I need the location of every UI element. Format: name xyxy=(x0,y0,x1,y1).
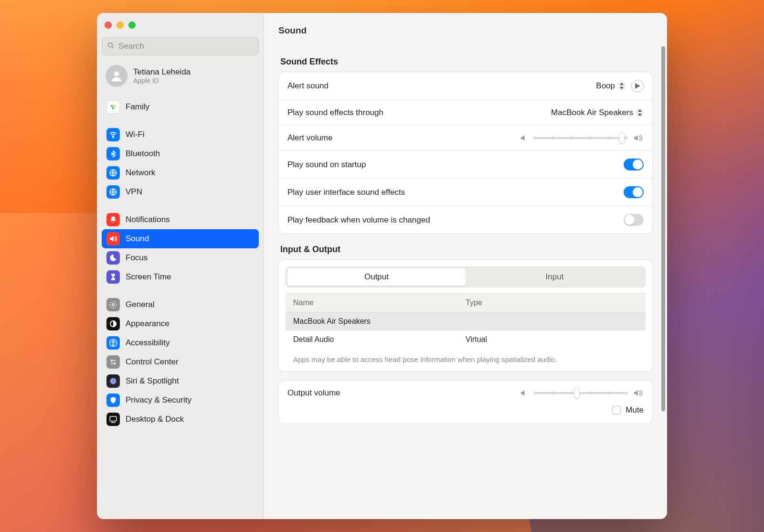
svg-point-2 xyxy=(114,72,119,76)
sound-effects-card: Alert sound Boop xyxy=(278,72,653,234)
account-subtitle: Apple ID xyxy=(133,77,191,85)
svg-point-15 xyxy=(114,363,116,364)
device-table-header: Name Type xyxy=(286,293,646,312)
io-tabs: Output Input xyxy=(286,266,646,287)
sidebar: Tetiana Leheida Apple ID FamilyWi-FiBlue… xyxy=(97,13,264,519)
col-type: Type xyxy=(466,298,638,307)
sidebar-item-screen-time[interactable]: Screen Time xyxy=(102,267,259,287)
svg-point-17 xyxy=(110,378,117,384)
play-through-label: Play sound effects through xyxy=(287,108,383,117)
alert-sound-value: Boop xyxy=(596,81,615,91)
sidebar-item-label: Accessibility xyxy=(126,338,170,348)
tab-input[interactable]: Input xyxy=(466,268,644,286)
main-pane: Sound Sound Effects Alert sound Boop xyxy=(264,13,667,519)
sidebar-item-bluetooth[interactable]: Bluetooth xyxy=(102,144,259,163)
sidebar-item-label: Family xyxy=(126,102,149,112)
sidebar-item-label: General xyxy=(126,300,154,309)
sidebar-item-general[interactable]: General xyxy=(102,295,259,314)
sidebar-item-family[interactable]: Family xyxy=(102,97,259,117)
sidebar-item-siri-spotlight[interactable]: Siri & Spotlight xyxy=(102,372,259,391)
sidebar-item-appearance[interactable]: Appearance xyxy=(102,314,259,333)
device-type xyxy=(466,317,638,326)
privacy-security-icon xyxy=(106,394,120,407)
vpn-icon xyxy=(106,185,120,199)
apple-id-row[interactable]: Tetiana Leheida Apple ID xyxy=(102,55,259,96)
sidebar-item-label: Sound xyxy=(126,234,149,244)
search-field[interactable] xyxy=(102,37,259,55)
scrollbar[interactable] xyxy=(661,46,665,514)
play-on-startup-label: Play sound on startup xyxy=(287,160,366,170)
sound-icon xyxy=(106,232,120,245)
feedback-label: Play feedback when volume is changed xyxy=(287,215,430,225)
sidebar-item-label: Screen Time xyxy=(126,272,171,282)
section-io-title: Input & Output xyxy=(280,245,651,255)
sidebar-item-desktop-dock[interactable]: Desktop & Dock xyxy=(102,410,259,429)
section-sound-effects-title: Sound Effects xyxy=(280,57,651,67)
output-volume-label: Output volume xyxy=(287,388,340,398)
sidebar-item-label: Focus xyxy=(126,253,148,263)
close-button[interactable] xyxy=(105,21,112,29)
siri-spotlight-icon xyxy=(106,374,120,388)
io-card: Output Input Name Type MacBook Air Speak… xyxy=(278,259,653,372)
sidebar-item-control-center[interactable]: Control Center xyxy=(102,352,259,372)
play-on-startup-toggle[interactable] xyxy=(624,159,644,170)
output-volume-slider[interactable] xyxy=(520,389,644,397)
play-alert-button[interactable] xyxy=(631,80,644,92)
sidebar-item-sound[interactable]: Sound xyxy=(102,229,259,248)
zoom-button[interactable] xyxy=(128,21,136,29)
account-name: Tetiana Leheida xyxy=(133,67,191,77)
speaker-high-icon xyxy=(633,134,644,142)
play-through-value: MacBook Air Speakers xyxy=(551,108,633,117)
sidebar-item-label: Appearance xyxy=(126,319,170,329)
content: Sound Effects Alert sound Boop xyxy=(264,46,667,438)
ui-sounds-label: Play user interface sound effects xyxy=(287,188,405,197)
play-through-popup[interactable]: MacBook Air Speakers xyxy=(551,108,644,117)
control-center-icon xyxy=(106,355,120,369)
sidebar-item-label: Privacy & Security xyxy=(126,395,191,405)
speaker-high-icon xyxy=(633,389,644,397)
svg-point-6 xyxy=(113,137,114,138)
desktop-dock-icon xyxy=(106,413,120,426)
speaker-low-icon xyxy=(520,389,528,397)
sidebar-item-focus[interactable]: Focus xyxy=(102,248,259,267)
sidebar-item-privacy-security[interactable]: Privacy & Security xyxy=(102,391,259,410)
svg-point-12 xyxy=(113,340,114,342)
sidebar-item-accessibility[interactable]: Accessibility xyxy=(102,333,259,352)
device-name: Detail Audio xyxy=(293,335,466,344)
mute-checkbox[interactable] xyxy=(612,406,621,415)
family-icon xyxy=(106,100,120,114)
alert-volume-slider[interactable] xyxy=(520,134,644,142)
search-input[interactable] xyxy=(118,42,254,51)
stepper-icon xyxy=(636,108,644,117)
svg-point-3 xyxy=(111,105,113,107)
sidebar-item-vpn[interactable]: VPN xyxy=(102,182,259,202)
svg-point-5 xyxy=(112,107,115,109)
device-row[interactable]: MacBook Air Speakers xyxy=(286,312,646,330)
page-title: Sound xyxy=(264,13,667,46)
svg-line-1 xyxy=(112,46,113,48)
tab-output[interactable]: Output xyxy=(287,268,466,286)
device-name: MacBook Air Speakers xyxy=(293,317,466,326)
appearance-icon xyxy=(106,317,120,330)
sidebar-item-notifications[interactable]: Notifications xyxy=(102,210,259,229)
alert-sound-popup[interactable]: Boop xyxy=(596,81,626,91)
alert-volume-label: Alert volume xyxy=(287,133,332,143)
ui-sounds-toggle[interactable] xyxy=(624,186,644,198)
svg-point-13 xyxy=(111,360,113,362)
svg-point-9 xyxy=(112,304,115,306)
device-type: Virtual xyxy=(466,335,638,344)
sidebar-item-label: Siri & Spotlight xyxy=(126,376,179,386)
mute-label: Mute xyxy=(626,405,644,415)
sidebar-item-network[interactable]: Network xyxy=(102,163,259,182)
io-footnote: Apps may be able to access head pose inf… xyxy=(286,349,646,371)
minimize-button[interactable] xyxy=(117,21,124,29)
feedback-toggle[interactable] xyxy=(624,214,644,226)
window-controls xyxy=(102,20,259,37)
device-row[interactable]: Detail AudioVirtual xyxy=(286,330,646,349)
focus-icon xyxy=(106,251,120,265)
sidebar-item-label: Control Center xyxy=(126,357,179,367)
settings-window: Tetiana Leheida Apple ID FamilyWi-FiBlue… xyxy=(97,13,667,519)
sidebar-item-wi-fi[interactable]: Wi-Fi xyxy=(102,125,259,144)
speaker-low-icon xyxy=(520,134,528,142)
sidebar-item-label: Desktop & Dock xyxy=(126,415,184,424)
